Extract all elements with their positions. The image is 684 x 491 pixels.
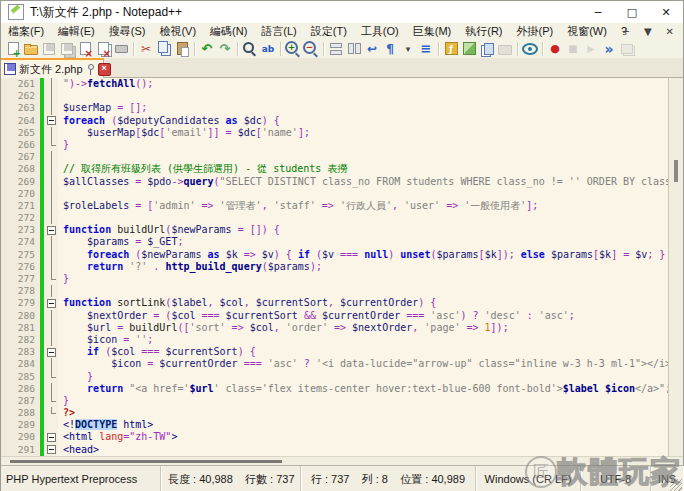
document-list-button[interactable] — [478, 40, 496, 58]
resize-grip[interactable] — [670, 479, 682, 491]
tab-label: 新文件 2.php — [19, 62, 83, 77]
redo-button[interactable] — [216, 40, 234, 58]
document-map-button[interactable] — [460, 40, 478, 58]
fold-collapse-icon[interactable] — [44, 115, 58, 127]
code-text[interactable]: $icon = $currentOrder === 'asc' ? '<i da… — [58, 358, 668, 370]
menu-item-view[interactable]: 檢視(V) — [152, 23, 203, 39]
code-text[interactable]: return "<a href='$url' class='flex items… — [58, 383, 668, 395]
menu-item-file[interactable]: 檔案(F) — [1, 23, 51, 39]
code-text[interactable]: foreach ($newParams as $k => $v) { if ($… — [58, 249, 668, 261]
macro-run-multiple-button[interactable] — [600, 40, 618, 58]
show-all-characters-dropdown-button[interactable] — [399, 40, 417, 58]
code-text[interactable] — [58, 151, 668, 163]
vertical-scrollbar-thumb[interactable] — [674, 160, 678, 182]
tab-new-file-2[interactable]: 新文件 2.php × — [1, 58, 104, 78]
code-text[interactable]: } — [58, 139, 668, 151]
code-text[interactable]: $userMap[$dc['email']] = $dc['name']; — [58, 127, 668, 139]
close-all-button[interactable] — [94, 40, 112, 58]
menu-item-plugins[interactable]: 外掛(P) — [510, 23, 561, 39]
horizontal-scrollbar[interactable] — [1, 456, 683, 465]
code-text[interactable] — [58, 90, 668, 102]
code-text[interactable]: <head> — [58, 444, 668, 456]
menu-item-search[interactable]: 搜尋(S) — [102, 23, 153, 39]
vertical-scrollbar[interactable] — [668, 78, 683, 456]
open-file-button[interactable] — [22, 40, 40, 58]
fold-collapse-icon[interactable] — [44, 224, 58, 236]
close-file-button[interactable] — [76, 40, 94, 58]
code-text[interactable]: <html lang="zh-TW"> — [58, 431, 668, 443]
fold-collapse-icon[interactable] — [44, 431, 58, 443]
fold-collapse-icon[interactable] — [44, 444, 58, 456]
copy-button[interactable] — [155, 40, 173, 58]
code-text[interactable]: } — [58, 371, 668, 383]
sync-vertical-scroll-icon — [328, 41, 344, 57]
macro-record-button[interactable] — [546, 40, 564, 58]
status-eol-format[interactable]: Windows (CR LF) — [476, 466, 581, 491]
close-button[interactable]: ✕ — [649, 1, 683, 23]
code-text[interactable]: function sortLink($label, $col, $current… — [58, 297, 668, 309]
cut-button[interactable] — [137, 40, 155, 58]
code-text[interactable]: ")->fetchAll(); — [58, 78, 668, 90]
tab-close-icon[interactable]: × — [98, 63, 111, 76]
code-text[interactable]: $userMap = []; — [58, 102, 668, 114]
code-text[interactable]: $url = buildUrl(['sort' => $col, 'order'… — [58, 322, 668, 334]
zoom-out-icon — [303, 41, 319, 57]
zoom-out-button[interactable] — [302, 40, 320, 58]
code-text[interactable] — [58, 212, 668, 224]
menu-item-edit[interactable]: 編輯(E) — [51, 23, 102, 39]
new-file-button[interactable] — [4, 40, 22, 58]
print-button[interactable] — [112, 40, 130, 58]
maximize-button[interactable]: □ — [615, 1, 649, 23]
code-text[interactable]: function buildUrl($newParams = []) { — [58, 224, 668, 236]
new-tab-button[interactable]: + — [619, 26, 633, 37]
fold-margin — [44, 102, 58, 114]
close-tab-button[interactable]: ✕ — [663, 26, 677, 37]
code-line: 281 $url = buildUrl(['sort' => $col, 'or… — [1, 322, 668, 334]
word-wrap-button[interactable] — [363, 40, 381, 58]
monitoring-button[interactable] — [521, 40, 539, 58]
code-text[interactable] — [58, 188, 668, 200]
code-text[interactable]: return '?' . http_build_query($params); — [58, 261, 668, 273]
show-all-characters-button[interactable] — [381, 40, 399, 58]
pin-icon[interactable] — [86, 64, 95, 75]
undo-button[interactable] — [198, 40, 216, 58]
zoom-in-button[interactable] — [284, 40, 302, 58]
code-text[interactable]: ?> — [58, 407, 668, 419]
code-text[interactable]: // 取得所有班級列表 (供學生篩選用) - 從 students 表撈 — [58, 163, 668, 175]
fold-collapse-icon[interactable] — [44, 297, 58, 309]
paste-button[interactable] — [173, 40, 191, 58]
code-text[interactable]: $allClasses = $pdo->query("SELECT DISTIN… — [58, 176, 668, 188]
code-text[interactable]: $params = $_GET; — [58, 236, 668, 248]
code-text[interactable]: $icon = ''; — [58, 334, 668, 346]
replace-button[interactable] — [259, 40, 277, 58]
sync-vertical-scroll-button[interactable] — [327, 40, 345, 58]
menu-item-tools[interactable]: 工具(O) — [354, 23, 406, 39]
fold-collapse-icon[interactable] — [44, 346, 58, 358]
code-text[interactable]: $roleLabels = ['admin' => '管理者', 'staff'… — [58, 200, 668, 212]
indent-guide-button[interactable] — [417, 40, 435, 58]
code-text[interactable]: } — [58, 273, 668, 285]
find-button[interactable] — [241, 40, 259, 58]
menu-item-macro[interactable]: 巨集(M) — [406, 23, 459, 39]
menu-item-run[interactable]: 執行(R) — [458, 23, 509, 39]
line-number: 280 — [1, 310, 40, 322]
minimize-button[interactable]: ─ — [581, 1, 615, 23]
menu-item-settings[interactable]: 設定(T) — [304, 23, 354, 39]
code-line: 288?> — [1, 407, 668, 419]
menu-item-language[interactable]: 語言(L) — [254, 23, 303, 39]
code-area[interactable]: 261")->fetchAll();262263$userMap = [];26… — [1, 78, 668, 456]
code-text[interactable]: } — [58, 395, 668, 407]
status-encoding[interactable]: UTF-8 — [581, 466, 651, 491]
fold-margin — [44, 371, 58, 383]
function-list-button[interactable] — [442, 40, 460, 58]
menu-item-encoding[interactable]: 編碼(N) — [203, 23, 254, 39]
code-text[interactable]: if ($col === $currentSort) { — [58, 346, 668, 358]
sync-horizontal-scroll-button[interactable] — [345, 40, 363, 58]
code-text[interactable]: foreach ($deputyCandidates as $dc) { — [58, 115, 668, 127]
menu-item-window[interactable]: 視窗(W) — [560, 23, 614, 39]
code-text[interactable]: $nextOrder = ($col === $currentSort && $… — [58, 310, 668, 322]
code-text[interactable] — [58, 285, 668, 297]
horizontal-scrollbar-thumb[interactable] — [10, 460, 282, 463]
tab-list-dropdown-icon[interactable]: ▼ — [641, 26, 655, 37]
code-text[interactable]: <!DOCTYPE html> — [58, 419, 668, 431]
